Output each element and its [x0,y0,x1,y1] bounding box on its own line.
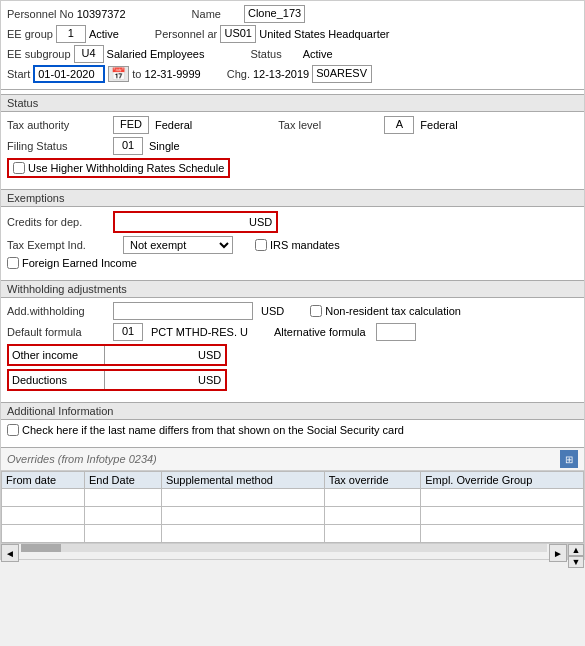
table-row [2,507,584,525]
chg-label: Chg. [227,68,250,80]
overrides-header-row: From date End Date Supplemental method T… [2,472,584,489]
scroll-down-btn[interactable]: ▼ [568,556,584,568]
end-date: 12-31-9999 [144,68,200,80]
personnel-area-code[interactable]: US01 [220,25,256,43]
status-cell: Status Active [250,48,332,60]
table-row [2,525,584,543]
irs-mandates-wrap: IRS mandates [255,239,340,251]
ee-subgroup-cell: EE subgroup U4 Salaried Employees [7,45,204,63]
tax-authority-label: Tax authority [7,119,107,131]
credits-dep-currency: USD [245,216,276,228]
other-income-row: Other income USD [7,344,578,366]
scroll-track[interactable] [21,544,547,552]
additional-section-header: Additional Information [1,402,584,420]
tax-level-code[interactable]: A [384,116,414,134]
ee-subgroup-name: Salaried Employees [107,48,205,60]
add-withholding-currency: USD [261,305,284,317]
status-title: Status [7,97,38,109]
other-income-outline: Other income USD [7,344,227,366]
other-income-currency: USD [194,349,225,361]
col-supplemental: Supplemental method [161,472,324,489]
scroll-right-btn[interactable]: ► [549,544,567,562]
personnel-no-label: Personnel No [7,8,74,20]
col-from-date: From date [2,472,85,489]
add-withholding-input[interactable] [113,302,253,320]
row-personnel: Personnel No 10397372 Name Clone_173 [7,5,578,23]
personnel-no-value: 10397372 [77,8,126,20]
tax-authority-row: Tax authority FED Federal Tax level A Fe… [7,116,578,134]
alt-formula-input[interactable] [376,323,416,341]
ee-subgroup-code[interactable]: U4 [74,45,104,63]
tax-level-label: Tax level [278,119,378,131]
higher-withholding-wrap: Use Higher Withholding Rates Schedule [7,158,230,178]
calendar-icon[interactable]: 📅 [108,66,129,82]
name-cell: Name Clone_173 [192,5,306,23]
alt-formula-label: Alternative formula [274,326,366,338]
credits-dep-input[interactable] [115,213,245,231]
name-value[interactable]: Clone_173 [244,5,305,23]
scroll-left-btn[interactable]: ◄ [1,544,19,562]
ee-subgroup-label: EE subgroup [7,48,71,60]
add-withholding-row: Add.withholding USD Non-resident tax cal… [7,302,578,320]
exemptions-title: Exemptions [7,192,64,204]
add-withholding-label: Add.withholding [7,305,107,317]
default-formula-row: Default formula 01 PCT MTHD-RES. U Alter… [7,323,578,341]
table-row [2,489,584,507]
tax-exempt-select[interactable]: Not exempt [123,236,233,254]
credits-dep-row: Credits for dep. USD [7,211,578,233]
tax-exempt-row: Tax Exempt Ind. Not exempt IRS mandates [7,236,578,254]
deductions-currency: USD [194,374,225,386]
ee-group-label: EE group [7,28,53,40]
foreign-earned-row: Foreign Earned Income [7,257,578,269]
tax-authority-code[interactable]: FED [113,116,149,134]
non-resident-checkbox[interactable] [310,305,322,317]
foreign-earned-label: Foreign Earned Income [22,257,137,269]
overrides-table: From date End Date Supplemental method T… [1,471,584,543]
other-income-label: Other income [9,348,104,362]
personnel-area-name: United States Headquarter [259,28,389,40]
overrides-section: Overrides (from Infotype 0234) ⊞ From da… [1,447,584,543]
foreign-earned-checkbox[interactable] [7,257,19,269]
ee-group-cell: EE group 1 Active [7,25,119,43]
ee-group-code[interactable]: 1 [56,25,86,43]
default-formula-code[interactable]: 01 [113,323,143,341]
filing-status-row: Filing Status 01 Single [7,137,578,155]
exemptions-section-header: Exemptions [1,189,584,207]
deductions-input[interactable] [104,371,194,389]
col-end-date: End Date [84,472,161,489]
higher-withholding-checkbox[interactable] [13,162,25,174]
withholding-content: Add.withholding USD Non-resident tax cal… [1,298,584,398]
scroll-up-btn[interactable]: ▲ [568,544,584,556]
start-date[interactable]: 01-01-2020 [33,65,105,83]
tax-authority-name: Federal [155,119,192,131]
chg-date: 12-13-2019 [253,68,309,80]
status-value: Active [303,48,333,60]
other-income-input[interactable] [104,346,194,364]
exemptions-content: Credits for dep. USD Tax Exempt Ind. Not… [1,207,584,276]
credits-dep-label: Credits for dep. [7,216,107,228]
irs-mandates-label: IRS mandates [270,239,340,251]
chg-user[interactable]: S0ARESV [312,65,372,83]
higher-withholding-label: Use Higher Withholding Rates Schedule [28,162,224,174]
filing-status-name: Single [149,140,180,152]
ssn-check-wrap: Check here if the last name differs from… [7,424,404,436]
start-label: Start [7,68,30,80]
withholding-title: Withholding adjustments [7,283,127,295]
ssn-check-row: Check here if the last name differs from… [7,424,578,436]
default-formula-label: Default formula [7,326,107,338]
additional-title: Additional Information [7,405,113,417]
withholding-section-header: Withholding adjustments [1,280,584,298]
col-empl-override: Empl. Override Group [421,472,584,489]
filing-status-code[interactable]: 01 [113,137,143,155]
default-formula-name: PCT MTHD-RES. U [151,326,248,338]
ssn-check-checkbox[interactable] [7,424,19,436]
irs-mandates-checkbox[interactable] [255,239,267,251]
main-container: Personnel No 10397372 Name Clone_173 EE … [0,0,585,560]
vertical-scroll-area: ▲ ▼ [567,544,584,559]
personnel-area-label: Personnel ar [155,28,217,40]
credits-dep-outline: USD [113,211,278,233]
table-icon[interactable]: ⊞ [560,450,578,468]
tax-exempt-label: Tax Exempt Ind. [7,239,107,251]
horizontal-scroll-bar: ◄ ► ▲ ▼ [1,543,584,559]
non-resident-label: Non-resident tax calculation [325,305,461,317]
